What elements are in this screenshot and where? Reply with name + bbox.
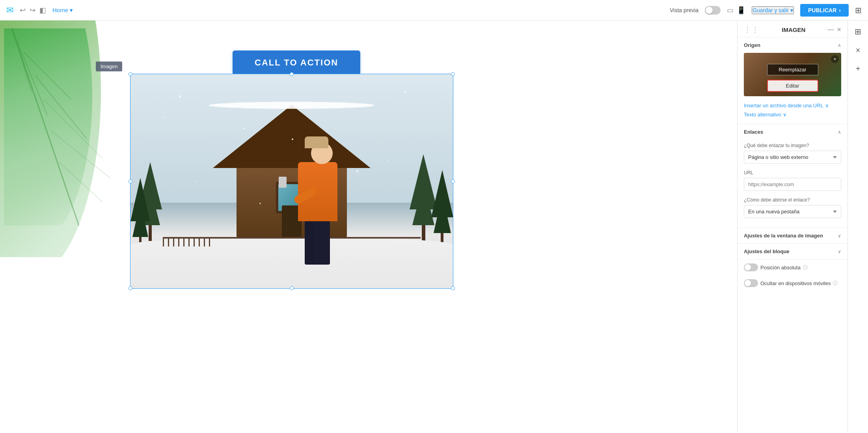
enlaces-section: Enlaces ∧ ¿Qué debe enlazar tu imagen? P… xyxy=(738,124,848,228)
cta-button[interactable]: CALL TO ACTION xyxy=(233,50,360,75)
panel-title: IMAGEN xyxy=(760,26,827,33)
ajustes-bloque-title: Ajustes del bloque xyxy=(744,248,790,254)
toggle-knob xyxy=(706,7,713,14)
url-group: URL xyxy=(738,167,848,194)
url-label: URL xyxy=(744,170,841,175)
image-preview-area: × Reemplazar Editar xyxy=(744,53,841,96)
posicion-info-icon[interactable]: ⓘ xyxy=(803,264,808,271)
main-layout: Feedback Imagen CALL TO ACTION xyxy=(0,0,868,433)
alt-text-label: Texto alternativo xyxy=(744,112,781,118)
save-exit-label: Guardar y salir xyxy=(753,7,789,13)
image-frame[interactable] xyxy=(130,74,453,289)
publish-arrow: › xyxy=(839,7,841,13)
canvas-area: Feedback Imagen CALL TO ACTION xyxy=(0,21,737,433)
close-panel-icon[interactable]: × xyxy=(856,46,861,55)
home-menu[interactable]: Home ▾ xyxy=(52,7,73,14)
handle-top-center[interactable] xyxy=(290,72,294,76)
replace-button[interactable]: Reemplazar xyxy=(767,64,818,75)
url-input[interactable] xyxy=(744,178,841,191)
publish-button[interactable]: PUBLICAR › xyxy=(800,4,849,17)
panel-minimize-icon[interactable]: — xyxy=(827,26,834,33)
site-map-icon[interactable]: ⊞ xyxy=(855,6,862,15)
ajustes-ventana-section: Ajustes de la ventana de imagen ∨ xyxy=(738,228,848,244)
ocultar-moviles-toggle[interactable] xyxy=(744,279,758,287)
save-chevron: ▾ xyxy=(790,7,793,13)
mobile-icon[interactable]: 📱 xyxy=(737,6,745,15)
alt-text-chevron: ∨ xyxy=(783,112,787,118)
insert-url-chevron: ∨ xyxy=(825,103,829,108)
mail-icon[interactable]: ✉ xyxy=(6,5,13,15)
handle-middle-right[interactable] xyxy=(451,179,455,183)
handle-bottom-right[interactable] xyxy=(451,286,455,290)
edit-label: Editar xyxy=(786,83,799,89)
site-structure-icon[interactable]: ⊞ xyxy=(855,27,861,36)
grid-icon: ⊞ xyxy=(855,6,862,15)
posicion-label-group: Posición absoluta ⓘ xyxy=(744,263,808,271)
desktop-icon[interactable]: ▭ xyxy=(727,6,734,15)
handle-top-right[interactable] xyxy=(451,72,455,76)
enlaces-chevron: ∧ xyxy=(838,129,841,135)
vista-previa-label: Vista previa xyxy=(670,7,698,13)
publish-label: PUBLICAR xyxy=(808,7,836,13)
posicion-absoluta-toggle[interactable] xyxy=(744,263,758,271)
device-icons: ▭ 📱 xyxy=(727,6,745,15)
ocultar-moviles-label: Ocultar en dispositivos móviles xyxy=(760,280,831,286)
topbar-icons: ↩ ↪ ◧ xyxy=(20,6,46,15)
edit-button[interactable]: Editar xyxy=(767,80,818,92)
canvas-content: Imagen CALL TO ACTION xyxy=(0,21,737,433)
posicion-absoluta-label: Posición absoluta xyxy=(760,265,801,271)
ajustes-ventana-title: Ajustes de la ventana de imagen xyxy=(744,233,823,239)
panel-header: ⋮⋮ IMAGEN — × xyxy=(738,21,848,37)
ajustes-ventana-chevron: ∨ xyxy=(838,233,841,239)
topbar-right: Vista previa ▭ 📱 Guardar y salir ▾ PUBLI… xyxy=(670,4,862,17)
handle-bottom-left[interactable] xyxy=(129,286,132,290)
origen-section-header[interactable]: Origen ∧ xyxy=(738,37,848,53)
enlaces-section-header[interactable]: Enlaces ∧ xyxy=(738,124,848,140)
home-label: Home xyxy=(52,7,68,13)
open-type-label: ¿Cómo debe abrirse el enlace? xyxy=(744,197,841,203)
panel-close-icons: — × xyxy=(827,26,841,34)
topbar: ✉ ↩ ↪ ◧ Home ▾ Vista previa ▭ 📱 Guardar … xyxy=(0,0,868,21)
insert-url-link[interactable]: Insertar un archivo desde una URL ∨ xyxy=(738,101,848,110)
handle-middle-left[interactable] xyxy=(129,179,132,183)
ajustes-bloque-header[interactable]: Ajustes del bloque ∨ xyxy=(738,244,848,259)
enlaces-title: Enlaces xyxy=(744,129,763,135)
ajustes-bloque-section: Ajustes del bloque ∨ xyxy=(738,244,848,259)
link-type-group: ¿Qué debe enlazar tu imagen? Página o si… xyxy=(738,140,848,167)
panel-drag-handle[interactable]: ⋮⋮ xyxy=(744,25,760,34)
cta-text: CALL TO ACTION xyxy=(255,58,338,67)
add-element-icon[interactable]: + xyxy=(856,64,861,73)
right-panel: ⋮⋮ IMAGEN — × Origen ∧ × Reemplazar Edit… xyxy=(737,21,848,433)
replace-label: Reemplazar xyxy=(779,67,806,73)
open-type-group: ¿Cómo debe abrirse el enlace? En una nue… xyxy=(738,194,848,221)
alt-text-link[interactable]: Texto alternativo ∨ xyxy=(738,110,848,119)
ocultar-moviles-row: Ocultar en dispositivos móviles ⓘ xyxy=(738,275,848,291)
far-right-panel: ⊞ × + xyxy=(848,21,868,433)
posicion-toggle-knob xyxy=(745,264,751,271)
origen-section: Origen ∧ × Reemplazar Editar Insertar un… xyxy=(738,37,848,124)
ocultar-toggle-knob xyxy=(745,280,751,286)
ajustes-ventana-header[interactable]: Ajustes de la ventana de imagen ∨ xyxy=(738,228,848,243)
link-type-select[interactable]: Página o sitio web externo Ninguno Corre… xyxy=(744,151,841,164)
save-exit-button[interactable]: Guardar y salir ▾ xyxy=(752,6,794,14)
ocultar-info-icon[interactable]: ⓘ xyxy=(833,280,838,287)
undo-icon[interactable]: ↩ xyxy=(20,6,26,15)
handle-top-left[interactable] xyxy=(129,72,132,76)
origen-chevron: ∧ xyxy=(838,43,841,48)
open-type-select[interactable]: En una nueva pestaña En la misma pestaña xyxy=(744,205,841,218)
ajustes-bloque-chevron: ∨ xyxy=(838,249,841,254)
save-icon[interactable]: ◧ xyxy=(39,6,46,15)
topbar-left: ✉ ↩ ↪ ◧ Home ▾ xyxy=(6,5,73,15)
preview-toggle[interactable] xyxy=(705,6,721,15)
home-chevron: ▾ xyxy=(70,7,73,14)
ocultar-label-group: Ocultar en dispositivos móviles ⓘ xyxy=(744,279,838,287)
redo-icon[interactable]: ↪ xyxy=(30,6,35,15)
image-remove-button[interactable]: × xyxy=(831,55,839,63)
handle-bottom-center[interactable] xyxy=(290,286,294,290)
insert-url-label: Insertar un archivo desde una URL xyxy=(744,103,823,108)
posicion-absoluta-row: Posición absoluta ⓘ xyxy=(738,259,848,275)
link-type-label: ¿Qué debe enlazar tu imagen? xyxy=(744,143,841,148)
origen-title: Origen xyxy=(744,42,760,48)
panel-close-icon[interactable]: × xyxy=(837,26,841,34)
imagen-label: Imagen xyxy=(96,62,122,71)
